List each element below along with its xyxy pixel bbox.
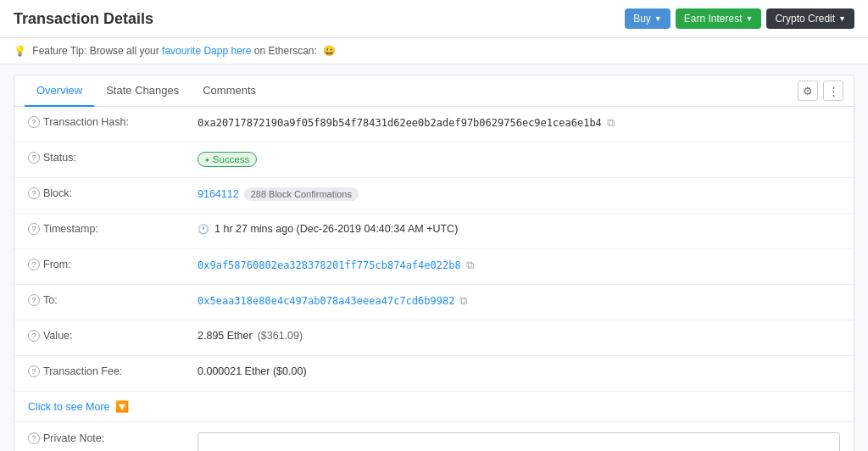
settings-icon-button[interactable]: ⚙ [798,81,818,101]
top-bar: Transaction Details Buy ▼ Earn Interest … [0,0,868,38]
tab-overview[interactable]: Overview [25,75,94,107]
tx-hash-text: 0xa20717872190a9f05f89b54f78431d62ee0b2a… [198,117,602,129]
to-row: ? To: 0x5eaa318e80e4c497ab078a43eeea47c7… [14,285,854,320]
tx-hash-value: 0xa20717872190a9f05f89b54f78431d62ee0b2a… [198,116,840,130]
private-note-label: ? Private Note: [28,432,198,444]
buy-button[interactable]: Buy ▼ [625,8,670,29]
crypto-credit-button[interactable]: Crypto Credit ▼ [766,8,854,29]
from-copy-icon[interactable]: ⧉ [466,259,474,272]
to-copy-icon[interactable]: ⧉ [459,294,467,308]
tx-hash-label: ? Transaction Hash: [28,116,198,128]
from-help-icon[interactable]: ? [28,259,40,270]
top-buttons: Buy ▼ Earn Interest ▼ Crypto Credit ▼ [625,8,854,29]
private-note-row: ? Private Note: [28,432,840,451]
click-more-arrow-icon: 🔽 [115,400,129,413]
from-address-link[interactable]: 0x9af58760802ea328378201ff775cb874af4e02… [198,259,461,271]
tx-hash-help-icon[interactable]: ? [28,116,40,128]
tx-hash-row: ? Transaction Hash: 0xa20717872190a9f05f… [14,107,854,142]
private-note-help-icon[interactable]: ? [28,432,40,444]
tab-list: Overview State Changes Comments [25,75,268,106]
status-label: ? Status: [28,152,198,164]
tab-icons: ⚙ ⋮ [798,81,843,101]
timestamp-label: ? Timestamp: [28,223,198,235]
status-value: Success [198,152,840,167]
status-row: ? Status: Success [14,142,854,178]
clock-icon: 🕐 [198,224,209,235]
to-help-icon[interactable]: ? [28,294,40,306]
earn-arrow-icon: ▼ [745,14,753,23]
usd-value: ($361.09) [258,330,303,342]
fee-row: ? Transaction Fee: 0.000021 Ether ($0.00… [14,356,854,392]
timestamp-help-icon[interactable]: ? [28,223,40,235]
value-label: ? Value: [28,330,198,342]
block-number-link[interactable]: 9164112 [198,188,239,200]
value-row: ? Value: 2.895 Ether ($361.09) [14,320,854,356]
fee-help-icon[interactable]: ? [28,365,40,377]
value-help-icon[interactable]: ? [28,330,40,342]
to-value: 0x5eaa318e80e4c497ab078a43eeea47c7cd6b99… [198,294,840,308]
status-badge: Success [198,152,257,167]
page-title: Transaction Details [14,10,153,28]
click-more-row[interactable]: Click to see More 🔽 [14,392,854,422]
block-help-icon[interactable]: ? [28,187,40,199]
value-display: 2.895 Ether ($361.09) [198,330,840,342]
block-label: ? Block: [28,187,198,199]
private-note-section: ? Private Note: Tip: A private note (up … [14,422,854,451]
confirmations-badge: 288 Block Confirmations [244,187,359,201]
block-value: 9164112 288 Block Confirmations [198,187,840,201]
private-note-input[interactable] [198,432,840,451]
tab-state-changes[interactable]: State Changes [94,75,191,107]
from-value: 0x9af58760802ea328378201ff775cb874af4e02… [198,259,840,272]
tabs-bar: Overview State Changes Comments ⚙ ⋮ [14,75,854,107]
from-row: ? From: 0x9af58760802ea328378201ff775cb8… [14,249,854,285]
fee-value: 0.000021 Ether ($0.00) [198,365,840,377]
fee-label: ? Transaction Fee: [28,365,198,377]
timestamp-value: 🕐 1 hr 27 mins ago (Dec-26-2019 04:40:34… [198,223,840,235]
tab-comments[interactable]: Comments [191,75,268,107]
dapp-link[interactable]: favourite Dapp here [162,45,251,57]
tx-hash-copy-icon[interactable]: ⧉ [607,116,615,130]
earn-interest-button[interactable]: Earn Interest ▼ [676,8,762,29]
main-card: Overview State Changes Comments ⚙ ⋮ ? Tr… [14,75,854,451]
to-address-link[interactable]: 0x5eaa318e80e4c497ab078a43eeea47c7cd6b99… [198,295,454,307]
more-options-icon-button[interactable]: ⋮ [823,81,843,101]
bulb-icon: 💡 [14,45,26,57]
from-label: ? From: [28,259,198,270]
feature-tip-bar: 💡 Feature Tip: Browse all your favourite… [0,38,868,64]
timestamp-row: ? Timestamp: 🕐 1 hr 27 mins ago (Dec-26-… [14,214,854,249]
to-label: ? To: [28,294,198,306]
emoji-icon: 😀 [323,45,336,57]
status-help-icon[interactable]: ? [28,152,40,164]
private-note-input-wrapper [198,432,840,451]
block-row: ? Block: 9164112 288 Block Confirmations [14,178,854,214]
buy-arrow-icon: ▼ [654,14,662,23]
crypto-arrow-icon: ▼ [838,14,846,23]
ether-value: 2.895 Ether [198,330,253,342]
